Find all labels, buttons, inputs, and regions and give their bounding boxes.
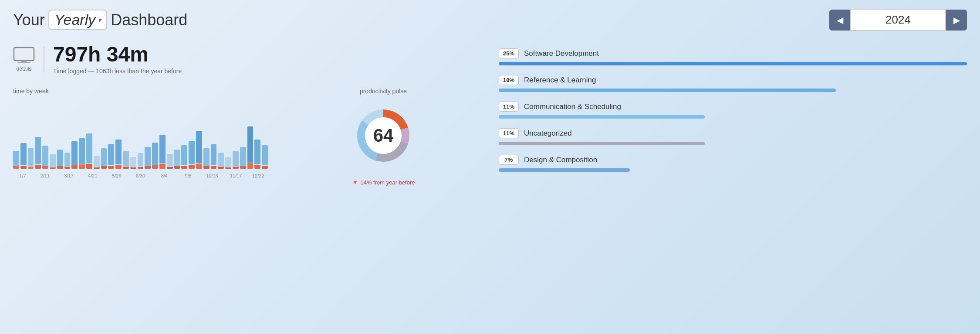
x-axis-label: 8/4 xyxy=(153,173,176,178)
bar-group xyxy=(152,143,158,169)
x-axis-label: 11/17 xyxy=(225,173,247,178)
bar-bottom xyxy=(240,166,246,169)
bar-group xyxy=(247,126,253,169)
bar-group xyxy=(50,154,56,169)
bar-bottom xyxy=(167,167,173,169)
bar-bottom xyxy=(218,167,224,169)
bar-top xyxy=(247,126,253,163)
pct-badge: 25% xyxy=(499,48,519,58)
page-title: Your Yearly ▾ Dashboard xyxy=(13,10,187,30)
bar-group xyxy=(64,153,71,169)
bar-chart-label: time by week xyxy=(13,88,268,95)
bar-bottom xyxy=(94,167,100,169)
bar-top xyxy=(108,144,114,165)
bar-bottom xyxy=(101,166,107,169)
bar-top xyxy=(181,145,187,165)
bar-bottom xyxy=(28,167,34,169)
monitor-details[interactable]: details xyxy=(13,47,35,72)
category-item: 18%Reference & Learning xyxy=(499,75,967,92)
bar-top xyxy=(35,137,41,164)
x-axis-label: 10/13 xyxy=(201,173,223,178)
bar-group xyxy=(130,157,136,169)
donut-segment xyxy=(401,127,409,143)
pulse-label: productivity pulse xyxy=(360,88,407,95)
bar-top xyxy=(123,151,129,166)
category-bar-wrap xyxy=(499,115,967,119)
pct-badge: 18% xyxy=(499,75,519,85)
svg-rect-2 xyxy=(17,62,30,63)
bar-bottom xyxy=(123,167,129,169)
bar-bottom xyxy=(138,167,144,169)
bar-top xyxy=(130,157,136,167)
bar-top xyxy=(138,153,144,167)
header: Your Yearly ▾ Dashboard ◀ 2024 ▶ xyxy=(13,9,967,31)
pct-badge: 11% xyxy=(499,102,519,112)
bar-top xyxy=(159,135,166,164)
bar-bottom xyxy=(71,165,78,169)
category-bar xyxy=(499,89,836,92)
bar-group xyxy=(115,140,122,169)
time-logged: 797h 34m xyxy=(53,44,182,65)
bar-top xyxy=(94,156,100,167)
bar-group xyxy=(240,147,246,169)
bar-group xyxy=(86,133,92,169)
bar-top xyxy=(101,148,107,166)
x-axis: 1/72/113/174/215/266/308/49/810/1311/171… xyxy=(13,173,268,178)
bar-bottom xyxy=(108,166,114,169)
year-display: 2024 xyxy=(850,9,946,31)
category-name: Communication & Scheduling xyxy=(524,102,621,111)
bar-top xyxy=(254,140,260,164)
bar-group xyxy=(57,150,63,169)
x-axis-label: 9/8 xyxy=(177,173,199,178)
x-axis-label: 3/17 xyxy=(57,173,80,178)
bar-top xyxy=(20,143,27,165)
bar-bottom xyxy=(20,166,27,169)
bar-top xyxy=(13,151,19,166)
bar-top xyxy=(167,154,173,167)
bar-top xyxy=(145,147,151,166)
bar-top xyxy=(42,146,48,166)
pulse-section: productivity pulse 64 🔻 14% from year be… xyxy=(285,88,481,186)
category-header: 18%Reference & Learning xyxy=(499,75,967,85)
main-content: details 797h 34m Time logged — 1063h les… xyxy=(13,44,967,186)
bar-group xyxy=(233,151,239,169)
bar-bottom xyxy=(86,164,92,169)
bar-bottom xyxy=(247,163,253,169)
bar-top xyxy=(240,147,246,166)
category-item: 25%Software Development xyxy=(499,48,967,65)
bar-bottom xyxy=(145,166,151,169)
category-header: 25%Software Development xyxy=(499,48,967,58)
bar-group xyxy=(71,141,78,169)
x-axis-label: 12/22 xyxy=(249,173,268,178)
bar-bottom xyxy=(64,167,71,169)
bar-top xyxy=(28,148,34,167)
bar-top xyxy=(203,148,210,166)
bar-top xyxy=(218,153,224,166)
bar-group xyxy=(13,151,19,169)
bar-bottom xyxy=(225,167,231,169)
bar-group xyxy=(196,131,202,169)
bar-bottom xyxy=(203,166,210,169)
bar-bottom xyxy=(115,165,122,169)
period-selector[interactable]: Yearly ▾ xyxy=(48,10,108,30)
prev-year-button[interactable]: ◀ xyxy=(829,10,850,31)
title-post: Dashboard xyxy=(111,11,187,29)
bar-top xyxy=(86,133,92,164)
category-item: 7%Design & Composition xyxy=(499,155,967,172)
next-year-button[interactable]: ▶ xyxy=(946,10,967,31)
bar-group xyxy=(145,147,151,169)
bar-bottom xyxy=(254,165,260,169)
category-name: Reference & Learning xyxy=(524,76,596,85)
category-bar-wrap xyxy=(499,168,967,172)
bar-top xyxy=(50,154,56,167)
bar-bottom xyxy=(50,167,56,169)
x-axis-label: 6/30 xyxy=(129,173,152,178)
category-bar-wrap xyxy=(499,89,967,92)
category-bar xyxy=(499,168,630,172)
category-item: 11%Communication & Scheduling xyxy=(499,102,967,119)
period-label: Yearly xyxy=(54,11,96,28)
bar-top xyxy=(64,153,71,166)
bar-group xyxy=(159,135,166,169)
bar-group xyxy=(225,157,231,169)
bar-group xyxy=(20,143,27,169)
